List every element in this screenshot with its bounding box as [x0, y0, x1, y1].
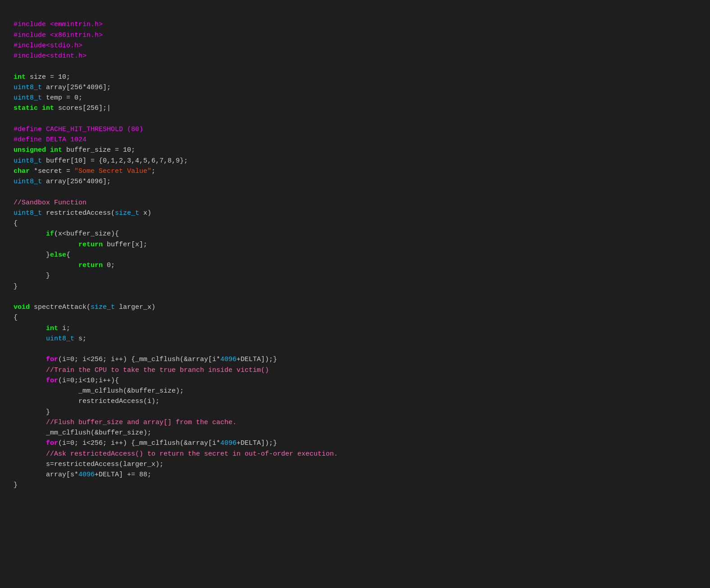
- define-1: #define CACHE_HIT_THRESHOLD (80): [14, 126, 143, 133]
- kw-return-1: return: [78, 241, 103, 249]
- brace-close-1: }: [14, 283, 18, 290]
- code-line-16: restrictedAccess(: [42, 209, 115, 217]
- brace-close-2: }: [14, 481, 18, 489]
- code-line-31: [14, 377, 46, 384]
- code-line-20: }: [14, 251, 50, 259]
- code-line-29c: +DELTA]);}: [237, 356, 277, 363]
- type-uint8-3: uint8_t: [14, 157, 42, 165]
- code-editor: #include <emmintrin.h> #include <x86intr…: [14, 9, 696, 491]
- comment-ask: //Ask restrictedAccess() to return the s…: [14, 450, 338, 458]
- code-line-37b: (i=0; i<256; i++) {_mm_clflush(&array[i*: [58, 439, 220, 447]
- code-line-14: array[256*4096];: [42, 178, 111, 185]
- code-line-22: }: [14, 272, 50, 280]
- code-line-13a: *secret =: [30, 167, 74, 175]
- type-size-1: size_t: [115, 209, 139, 217]
- kw-int-1: int: [14, 73, 26, 81]
- kw-int-4: int: [46, 325, 58, 332]
- code-line-37c: +DELTA]);}: [237, 439, 277, 447]
- code-line-31b: (i=0;i<10;i++){: [58, 377, 119, 384]
- type-uint8-2: uint8_t: [14, 94, 42, 102]
- kw-int-3: int: [50, 146, 62, 154]
- kw-unsigned: unsigned: [14, 146, 46, 154]
- code-line-26: [14, 325, 46, 332]
- comment-train: //Train the CPU to take the true branch …: [14, 366, 269, 374]
- type-uint8-4: uint8_t: [14, 178, 42, 185]
- code-line-40b: +DELTA] += 88;: [95, 471, 151, 479]
- num-4096-1: 4096: [220, 356, 237, 363]
- type-uint8-1: uint8_t: [14, 84, 42, 91]
- code-line-19b: buffer[x];: [103, 241, 147, 249]
- kw-static: static: [14, 104, 38, 112]
- code-line-24: spectreAttack(: [30, 303, 91, 311]
- kw-void: void: [14, 303, 30, 311]
- code-line-11b: buffer_size = 10;: [62, 146, 135, 154]
- code-line-16b: x): [139, 209, 151, 217]
- num-4096-3: 4096: [78, 471, 95, 479]
- kw-for-3: for: [46, 439, 58, 447]
- code-line-12: buffer[10] = {0,1,2,3,4,5,6,7,8,9};: [42, 157, 188, 165]
- code-line-40: array[s*: [14, 471, 78, 479]
- code-line-5: size = 10;: [26, 73, 70, 81]
- code-line-37: [14, 439, 46, 447]
- type-uint8-6: uint8_t: [46, 335, 74, 343]
- code-line-33: restrictedAccess(i);: [14, 398, 159, 405]
- include-2: #include <x86intrin.h>: [14, 32, 103, 39]
- code-line-8a: [38, 104, 42, 112]
- code-line-27b: s;: [74, 335, 86, 343]
- code-line-6: array[256*4096];: [42, 84, 111, 91]
- kw-if: if: [46, 230, 54, 238]
- code-line-29: [14, 356, 46, 363]
- code-line-27: [14, 335, 46, 343]
- include-1: #include <emmintrin.h>: [14, 21, 103, 28]
- type-size-2: size_t: [91, 303, 115, 311]
- kw-int-2: int: [42, 104, 54, 112]
- include-3: #include<stdio.h>: [14, 42, 82, 50]
- code-line-13b: ;: [151, 167, 155, 175]
- comment-flush: //Flush buffer_size and array[] from the…: [14, 419, 237, 426]
- string-secret: "Some Secret Value": [74, 167, 151, 175]
- kw-else: else: [50, 251, 66, 259]
- kw-char: char: [14, 167, 30, 175]
- num-4096-2: 4096: [220, 439, 237, 447]
- code-line-11a: [46, 146, 50, 154]
- code-line-36: _mm_clflush(&buffer_size);: [14, 429, 151, 437]
- include-4: #include<stdint.h>: [14, 52, 86, 60]
- kw-for-2: for: [46, 377, 58, 384]
- code-line-21: [14, 262, 78, 269]
- code-line-18: [14, 230, 46, 238]
- brace-open-1: {: [14, 220, 18, 227]
- code-line-24b: larger_x): [115, 303, 155, 311]
- code-line-34: }: [14, 408, 50, 416]
- type-uint8-5: uint8_t: [14, 209, 42, 217]
- comment-sandbox: //Sandbox Function: [14, 199, 86, 207]
- kw-return-2: return: [78, 262, 103, 269]
- code-line-20b: {: [66, 251, 70, 259]
- code-line-8b: scores[256];|: [54, 104, 111, 112]
- code-line-18b: (x<buffer_size){: [54, 230, 119, 238]
- code-line-39: s=restrictedAccess(larger_x);: [14, 461, 164, 468]
- code-line-32: _mm_clflush(&buffer_size);: [14, 387, 184, 395]
- kw-for-1: for: [46, 356, 58, 363]
- brace-open-2: {: [14, 314, 18, 321]
- code-line-21b: 0;: [103, 262, 115, 269]
- code-line-19: [14, 241, 78, 249]
- code-line-29b: (i=0; i<256; i++) {_mm_clflush(&array[i*: [58, 356, 220, 363]
- define-2: #define DELTA 1024: [14, 136, 86, 144]
- code-line-7: temp = 0;: [42, 94, 82, 102]
- code-line-26b: i;: [58, 325, 70, 332]
